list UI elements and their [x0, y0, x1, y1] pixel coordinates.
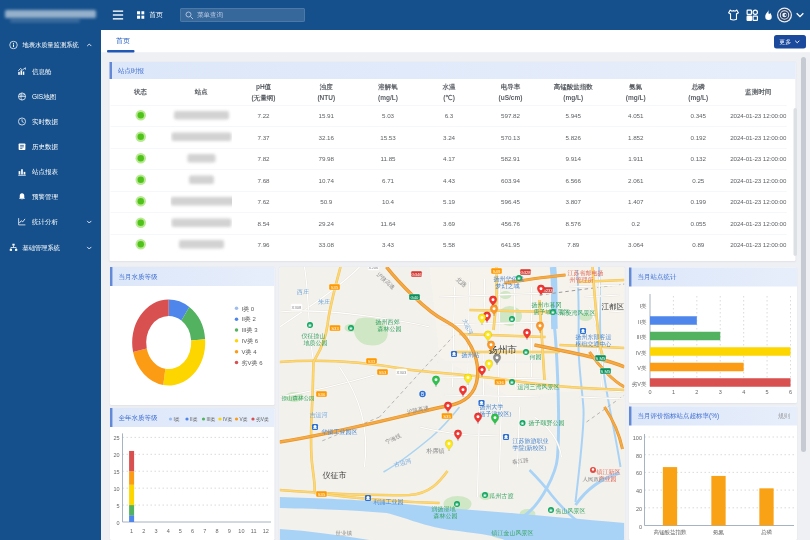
svg-text:S M5: S M5 [601, 369, 611, 374]
svg-text:焦山风景区: 焦山风景区 [556, 507, 586, 515]
svg-text:4: 4 [742, 389, 745, 395]
svg-text:运河三湾风景区: 运河三湾风景区 [518, 383, 560, 391]
svg-text:S33: S33 [368, 359, 376, 364]
svg-text:扬州站: 扬州站 [462, 352, 480, 359]
svg-text:S M5: S M5 [596, 356, 606, 361]
svg-text:茱萸湾风景区: 茱萸湾风景区 [560, 309, 596, 317]
svg-text:11: 11 [251, 528, 257, 534]
svg-text:X308: X308 [292, 305, 302, 310]
svg-text:枢纽交通中心: 枢纽交通中心 [576, 340, 612, 347]
svg-text:❀: ❀ [455, 502, 459, 507]
svg-text:S35: S35 [318, 492, 326, 497]
svg-text:吉运河: 吉运河 [310, 412, 328, 419]
svg-text:华摄工业园区: 华摄工业园区 [322, 428, 358, 436]
svg-text:B: B [421, 392, 424, 397]
svg-text:梦幻之城: 梦幻之城 [495, 282, 520, 290]
svg-text:❀: ❀ [551, 310, 555, 315]
svg-text:X206: X206 [369, 267, 379, 270]
svg-text:X303: X303 [397, 370, 407, 375]
svg-text:IV类: IV类 [223, 417, 232, 422]
svg-text:5: 5 [766, 389, 769, 395]
svg-text:I类 0: I类 0 [242, 306, 255, 312]
svg-text:S35: S35 [443, 414, 451, 419]
svg-text:8: 8 [215, 528, 218, 534]
svg-text:2: 2 [142, 528, 145, 534]
svg-text:劣V类: 劣V类 [256, 417, 269, 423]
svg-text:G40: G40 [411, 295, 420, 300]
svg-text:9: 9 [228, 528, 231, 534]
svg-text:劣V类 6: 劣V类 6 [242, 360, 264, 367]
svg-text:江苏旅游职业: 江苏旅游职业 [513, 437, 549, 445]
svg-text:1: 1 [130, 528, 133, 534]
svg-text:产业园: 产业园 [599, 475, 617, 483]
svg-text:7: 7 [203, 528, 206, 534]
svg-text:仪征捺山: 仪征捺山 [302, 332, 326, 340]
svg-text:世业镇: 世业镇 [336, 530, 353, 536]
svg-text:II类: II类 [638, 319, 647, 325]
svg-text:镇江金山风景区: 镇江金山风景区 [491, 529, 534, 536]
svg-text:15: 15 [113, 469, 119, 475]
svg-text:0: 0 [116, 520, 119, 526]
svg-text:朱庄: 朱庄 [318, 298, 330, 305]
svg-text:捺山森林公园: 捺山森林公园 [282, 395, 315, 402]
svg-text:1: 1 [672, 389, 675, 395]
svg-text:0: 0 [648, 389, 651, 395]
svg-text:学院(新校区): 学院(新校区) [513, 444, 547, 452]
svg-text:❀: ❀ [510, 380, 514, 385]
svg-text:❀: ❀ [524, 350, 528, 355]
svg-text:100: 100 [633, 435, 642, 441]
svg-text:S33: S33 [331, 326, 339, 331]
svg-text:❀: ❀ [549, 508, 553, 513]
svg-text:6: 6 [789, 389, 792, 395]
svg-text:10: 10 [238, 528, 244, 534]
svg-text:6: 6 [191, 528, 194, 534]
svg-text:仪征市: 仪征市 [323, 471, 347, 480]
svg-text:江都区: 江都区 [602, 302, 625, 311]
svg-text:G346: G346 [411, 272, 422, 277]
svg-text:3: 3 [719, 389, 722, 395]
svg-text:❀: ❀ [521, 421, 525, 426]
svg-text:25: 25 [113, 435, 119, 441]
svg-text:V类: V类 [637, 365, 647, 371]
svg-text:州管理所: 州管理所 [570, 276, 594, 284]
svg-text:江苏省邮电扬: 江苏省邮电扬 [568, 269, 604, 277]
svg-text:扬州市暮冈: 扬州市暮冈 [532, 301, 562, 309]
svg-text:森林公园: 森林公园 [434, 513, 458, 520]
svg-text:镇江新区: 镇江新区 [596, 468, 621, 475]
svg-text:朴席镇: 朴席镇 [426, 447, 445, 454]
svg-text:扬州东部客运: 扬州东部客运 [576, 333, 612, 341]
svg-text:III类: III类 [207, 417, 216, 422]
svg-text:润扬湿地: 润扬湿地 [432, 505, 457, 513]
svg-text:2: 2 [695, 389, 698, 395]
svg-text:利浦工业园: 利浦工业园 [373, 498, 404, 506]
svg-text:I类: I类 [639, 303, 647, 309]
svg-text:III类 3: III类 3 [242, 327, 259, 333]
svg-text:V类 4: V类 4 [242, 349, 258, 355]
svg-text:I类: I类 [174, 417, 180, 422]
svg-text:II类 2: II类 2 [242, 316, 257, 322]
svg-text:扬子颐野公园: 扬子颐野公园 [529, 419, 565, 427]
svg-text:III类: III类 [636, 334, 647, 340]
svg-text:60: 60 [636, 470, 642, 476]
svg-text:II类: II类 [190, 417, 198, 422]
svg-text:S36: S36 [318, 392, 326, 397]
svg-text:3: 3 [154, 528, 157, 534]
svg-text:4: 4 [167, 528, 170, 534]
svg-text:瓜州古渡: 瓜州古渡 [490, 492, 514, 500]
svg-text:劣V类: 劣V类 [632, 381, 647, 388]
svg-text:G328: G328 [520, 270, 531, 275]
svg-text:❀: ❀ [483, 493, 487, 498]
svg-text:S35: S35 [331, 285, 339, 290]
svg-text:❀: ❀ [308, 323, 312, 328]
svg-text:IV类: IV类 [636, 350, 647, 356]
svg-text:0: 0 [639, 524, 642, 530]
svg-text:❀: ❀ [517, 276, 521, 281]
svg-text:10: 10 [113, 486, 119, 492]
svg-text:地质公园: 地质公园 [304, 340, 328, 347]
svg-text:S53: S53 [379, 370, 387, 375]
svg-text:S49: S49 [493, 269, 501, 274]
svg-text:❀: ❀ [349, 326, 353, 331]
svg-text:S36: S36 [496, 380, 504, 385]
svg-text:5: 5 [116, 503, 119, 509]
svg-text:扬州西郊: 扬州西郊 [376, 319, 400, 326]
